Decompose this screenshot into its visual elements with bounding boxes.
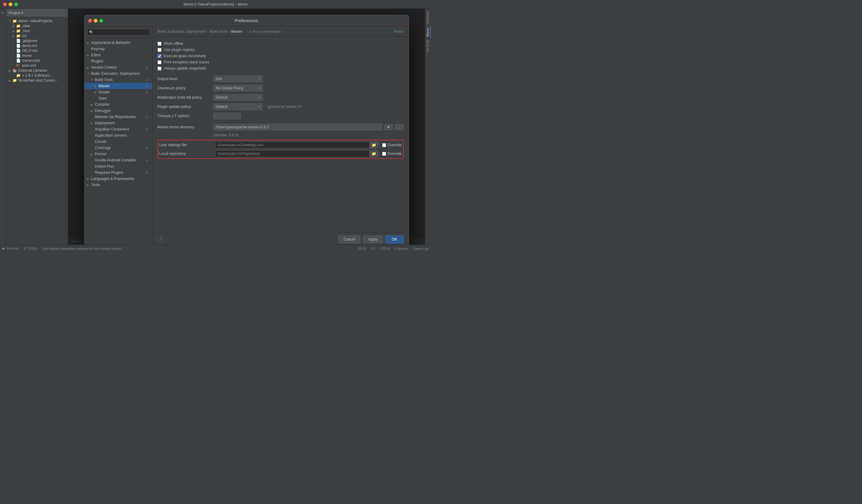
nav-item-tools[interactable]: ▶ Tools <box>84 182 152 188</box>
nav-item-build-tools[interactable]: ▼ Build Tools ⚙ <box>84 77 152 83</box>
use-plugin-registry-row: Use plugin registry <box>157 48 404 52</box>
use-plugin-registry-checkbox[interactable] <box>157 48 161 52</box>
tree-item-mvn[interactable]: ▶ 📁 .mvn <box>6 28 68 34</box>
tree-item-jdk[interactable]: ▶ 📁 < 1.8 > /Library/J... <box>6 73 68 78</box>
user-settings-input[interactable] <box>216 142 370 148</box>
nav-item-gant[interactable]: ▶ Gant <box>84 95 152 102</box>
cursor-position[interactable]: 38:32 <box>358 247 366 250</box>
nav-item-gradle-android[interactable]: ▶ Gradle-Android Compiler ⚙ <box>84 157 152 163</box>
maximize-button[interactable] <box>14 2 18 6</box>
nav-item-appearance[interactable]: ▶ Appearance & Behavior <box>84 40 152 46</box>
execute-goals-checkbox[interactable] <box>157 54 161 58</box>
local-repo-browse-button[interactable]: 📁 <box>369 150 378 157</box>
nav-item-deployment[interactable]: ▶ Deployment <box>84 120 152 126</box>
dialog-max-button[interactable] <box>99 19 103 23</box>
tree-item-gitignore[interactable]: ▶ 📄 .gitignore <box>6 38 68 43</box>
ant-build-panel[interactable]: Ant Build <box>426 39 431 53</box>
checksum-policy-select[interactable]: No Global Policy Strict Loose <box>213 85 263 92</box>
nav-arrow: ▶ <box>91 121 94 125</box>
project-icon[interactable]: ◧ <box>0 10 6 15</box>
local-repo-input[interactable] <box>216 150 370 157</box>
status-message: Edit Maven integration settings for the … <box>42 247 122 250</box>
tree-item-label: src <box>22 34 27 38</box>
tree-item-mvnw[interactable]: ▶ 📄 mvnw <box>6 53 68 58</box>
tree-item-helpmd[interactable]: ▶ 📄 HELP.md <box>6 48 68 53</box>
threads-input[interactable] <box>213 112 241 119</box>
database-panel[interactable]: Database <box>426 10 431 26</box>
maven-home-dropdown-button[interactable]: ▼ <box>384 124 393 130</box>
print-exceptions-checkbox[interactable] <box>157 60 161 64</box>
line-separator[interactable]: LF <box>371 247 375 250</box>
nav-item-plugins[interactable]: ▶ Plugins <box>84 58 152 64</box>
ok-button[interactable]: OK <box>385 235 403 243</box>
output-level-select[interactable]: Info Debug Verbose <box>213 76 263 82</box>
dialog-min-button[interactable] <box>94 19 97 23</box>
file-icon: 📄 <box>16 39 21 43</box>
nav-item-maven[interactable]: ▶ Maven ⚙ <box>84 83 152 89</box>
nav-item-instant-run[interactable]: ▶ Instant Run <box>84 163 152 170</box>
nav-item-coverage[interactable]: ▶ Coverage ⚙ <box>84 145 152 151</box>
terminal-label[interactable]: ▶ Terminal <box>2 247 18 250</box>
apply-button[interactable]: Apply <box>363 235 383 243</box>
cancel-button[interactable]: Cancel <box>339 235 361 243</box>
nav-item-arquillian[interactable]: ▶ Arquillian Containers ⚙ <box>84 126 152 132</box>
always-update-checkbox[interactable] <box>157 66 161 70</box>
work-offline-checkbox[interactable] <box>157 42 161 46</box>
nav-item-required-plugins[interactable]: ▶ Required Plugins ⚙ <box>84 170 152 176</box>
nav-item-debugger[interactable]: ▶ Debugger <box>84 108 152 114</box>
reset-button[interactable]: Reset <box>394 29 403 34</box>
maven-home-browse-button[interactable]: ... <box>395 124 403 130</box>
nav-item-remote-jar[interactable]: ▶ Remote Jar Repositories ⚙ <box>84 114 152 120</box>
tree-item-demo[interactable]: ▼ 📁 demo ~/IdeaProjects <box>6 18 68 24</box>
output-level-label: Output level: <box>157 77 213 81</box>
folder-icon: 📁 <box>16 24 21 28</box>
tree-item-src[interactable]: ▶ 📁 src <box>6 34 68 38</box>
nav-item-editor[interactable]: ▶ Editor <box>84 52 152 58</box>
tree-item-external-libs[interactable]: ▶ 📚 External Libraries <box>6 68 68 73</box>
status-bar: ▶ Terminal 6: TODO Edit Maven integratio… <box>0 244 431 252</box>
tree-item-pomxml[interactable]: ▶ M pom.xml <box>6 63 68 68</box>
indent-label[interactable]: 4 spaces <box>394 247 408 250</box>
tree-item-idea[interactable]: ▶ 📁 .idea <box>6 24 68 28</box>
close-button[interactable] <box>3 2 7 6</box>
user-settings-override-checkbox[interactable] <box>382 143 386 147</box>
nav-item-keymap[interactable]: ▶ Keymap <box>84 46 152 52</box>
nav-item-app-servers[interactable]: ▶ Application Servers <box>84 132 152 138</box>
todo-label[interactable]: 6: TODO <box>24 247 37 250</box>
nav-item-clouds[interactable]: ▶ Clouds <box>84 138 152 145</box>
event-log-label[interactable]: Event Log <box>413 247 429 250</box>
preferences-dialog: Preferences 🔍 <box>84 15 409 244</box>
nav-arrow: ▼ <box>91 78 94 82</box>
nav-item-label: Application Servers <box>95 133 127 137</box>
user-settings-browse-button[interactable]: 📁 <box>369 142 378 148</box>
nav-item-languages[interactable]: ▶ Languages & Frameworks <box>84 176 152 182</box>
nav-item-compiler[interactable]: ▶ Compiler <box>84 102 152 108</box>
checksum-select-wrap: No Global Policy Strict Loose ▼ <box>213 85 263 92</box>
tree-item-scratches[interactable]: ▶ 📁 Scratches and Consol... <box>6 78 68 83</box>
nav-item-label: Gradle-Android Compiler <box>95 158 136 162</box>
nav-item-vcs[interactable]: ▶ Version Control ⚙ <box>84 64 152 70</box>
tree-item-mvnwcmd[interactable]: ▶ 📄 mvnw.cmd <box>6 58 68 63</box>
settings-icon: ⚙ <box>145 146 150 150</box>
local-repo-file-wrap: 📁 <box>215 150 379 157</box>
maven-home-select[interactable]: /Users/yao/apache-maven-3.6.3 <box>213 124 382 131</box>
search-input[interactable] <box>87 29 150 36</box>
dialog-close-button[interactable] <box>88 19 92 23</box>
help-button[interactable]: ? <box>157 236 164 243</box>
multiproject-fail-select[interactable]: Default Always Never At End <box>213 94 263 101</box>
tree-item-label: mvnw.cmd <box>22 58 40 63</box>
nav-item-label: Remote Jar Repositories <box>95 115 136 119</box>
nav-item-docker[interactable]: ▶ Docker <box>84 151 152 157</box>
encoding[interactable]: UTF-8 <box>380 247 390 250</box>
maven-panel[interactable]: Maven <box>426 26 431 38</box>
minimize-button[interactable] <box>9 2 12 6</box>
nav-item-gradle[interactable]: ▶ Gradle ⚙ <box>84 89 152 95</box>
plugin-update-select[interactable]: Default Force Update Suppress Update <box>213 103 263 110</box>
nav-item-build[interactable]: ▼ Build, Execution, Deployment <box>84 70 152 77</box>
local-repo-override-checkbox[interactable] <box>382 152 386 156</box>
prefs-content: Build, Execution, Deployment › Build Too… <box>153 26 409 244</box>
tree-item-demoixml[interactable]: ▶ 📄 demo.iml <box>6 43 68 48</box>
nav-list: ▶ Appearance & Behavior ▶ Keymap ▶ Edito… <box>84 38 152 244</box>
tree-item-label: demo ~/IdeaProjects <box>18 19 52 23</box>
plugin-update-row: Plugin update policy: Default Force Upda… <box>157 103 404 110</box>
